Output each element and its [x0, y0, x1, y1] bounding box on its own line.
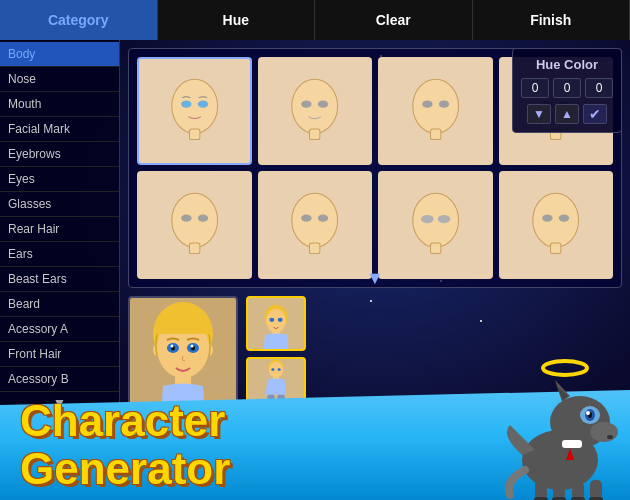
pony-character — [490, 350, 620, 500]
svg-point-0 — [171, 79, 217, 133]
hue-down-button[interactable]: ▼ — [527, 104, 551, 124]
svg-point-41 — [191, 345, 194, 348]
preview-large[interactable] — [128, 296, 238, 416]
svg-rect-18 — [189, 243, 199, 253]
hue-up-button[interactable]: ▲ — [555, 104, 579, 124]
top-bar: Category Hue Clear Finish — [0, 0, 630, 40]
svg-point-47 — [278, 317, 283, 321]
svg-point-2 — [181, 100, 191, 107]
svg-point-20 — [197, 214, 207, 221]
svg-point-31 — [542, 214, 552, 221]
sidebar-item-accessory-b[interactable]: Acessory B — [0, 367, 119, 392]
svg-point-46 — [269, 317, 274, 321]
svg-point-25 — [412, 193, 458, 247]
tab-category[interactable]: Category — [0, 0, 158, 40]
svg-rect-26 — [430, 243, 440, 253]
svg-point-4 — [292, 79, 338, 133]
svg-point-28 — [437, 215, 449, 223]
sidebar-item-nose[interactable]: Nose — [0, 67, 119, 92]
svg-point-58 — [543, 361, 587, 375]
sidebar-item-rear-hair[interactable]: Rear Hair — [0, 217, 119, 242]
sidebar-item-front-hair[interactable]: Front Hair — [0, 342, 119, 367]
svg-point-3 — [197, 100, 207, 107]
svg-rect-1 — [189, 129, 199, 139]
sidebar-item-ears[interactable]: Ears — [0, 242, 119, 267]
sidebar-item-glasses[interactable]: Glasses — [0, 192, 119, 217]
tab-clear[interactable]: Clear — [315, 0, 473, 40]
svg-point-50 — [269, 362, 283, 378]
svg-point-17 — [171, 193, 217, 247]
sidebar-item-facial-mark[interactable]: Facial Mark — [0, 117, 119, 142]
svg-rect-69 — [562, 440, 582, 448]
svg-rect-9 — [430, 129, 440, 139]
svg-point-19 — [181, 214, 191, 221]
svg-point-51 — [271, 368, 274, 371]
svg-point-7 — [318, 100, 328, 107]
sidebar-item-beast-ears[interactable]: Beast Ears — [0, 267, 119, 292]
svg-point-11 — [438, 100, 448, 107]
face-option-5[interactable] — [258, 171, 373, 279]
svg-point-40 — [171, 345, 174, 348]
tab-finish[interactable]: Finish — [473, 0, 631, 40]
sidebar-item-body[interactable]: Body — [0, 42, 119, 67]
svg-rect-22 — [310, 243, 320, 253]
svg-point-52 — [278, 368, 281, 371]
face-option-7[interactable] — [499, 171, 614, 279]
face-option-0[interactable] — [137, 57, 252, 165]
svg-point-23 — [301, 214, 311, 221]
svg-point-21 — [292, 193, 338, 247]
grid-scroll-arrow[interactable]: ▼ — [366, 268, 384, 289]
svg-point-29 — [533, 193, 579, 247]
banner-text: Character Generator — [20, 397, 230, 494]
hue-confirm-button[interactable]: ✔ — [583, 104, 607, 124]
sidebar-item-eyebrows[interactable]: Eyebrows — [0, 142, 119, 167]
svg-point-65 — [586, 411, 590, 415]
svg-point-6 — [301, 100, 311, 107]
hue-arrows: ▼ ▲ ✔ — [521, 104, 613, 124]
svg-point-32 — [559, 214, 569, 221]
face-option-6[interactable] — [378, 171, 493, 279]
svg-point-68 — [607, 435, 613, 439]
hue-b-input[interactable] — [585, 78, 613, 98]
svg-rect-30 — [551, 243, 561, 253]
svg-rect-5 — [310, 129, 320, 139]
svg-point-10 — [422, 100, 432, 107]
face-option-4[interactable] — [137, 171, 252, 279]
sidebar-item-eyes[interactable]: Eyes — [0, 167, 119, 192]
tab-hue[interactable]: Hue — [158, 0, 316, 40]
hue-g-input[interactable] — [553, 78, 581, 98]
hue-inputs — [521, 78, 613, 98]
sidebar-item-accessory-a[interactable]: Acessory A — [0, 317, 119, 342]
face-option-2[interactable] — [378, 57, 493, 165]
svg-point-8 — [412, 79, 458, 133]
hue-panel: Hue Color ▼ ▲ ✔ — [512, 48, 622, 133]
svg-point-24 — [318, 214, 328, 221]
sidebar-item-beard[interactable]: Beard — [0, 292, 119, 317]
face-option-1[interactable] — [258, 57, 373, 165]
svg-point-61 — [590, 422, 618, 442]
hue-r-input[interactable] — [521, 78, 549, 98]
sidebar-item-mouth[interactable]: Mouth — [0, 92, 119, 117]
hue-title: Hue Color — [521, 57, 613, 72]
preview-small-top[interactable] — [246, 296, 306, 351]
svg-point-27 — [421, 215, 433, 223]
